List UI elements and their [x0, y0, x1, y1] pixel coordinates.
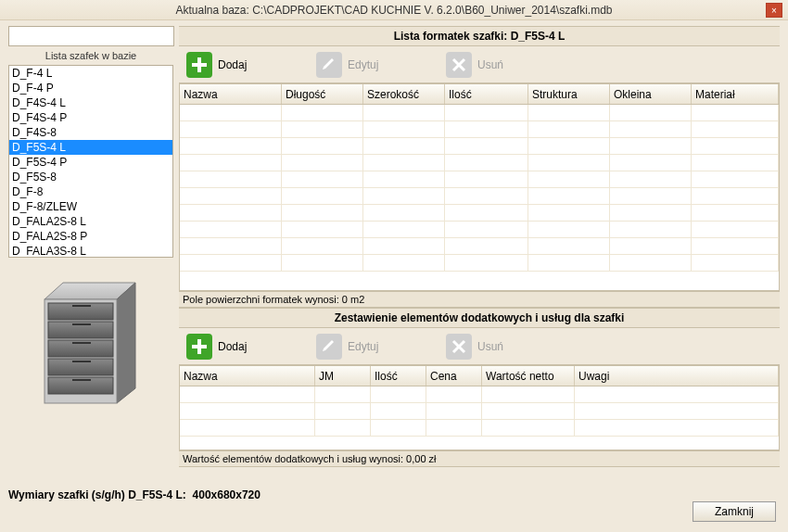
svg-rect-13	[72, 361, 91, 362]
list-item[interactable]: D_FALA2S-8 L	[9, 214, 172, 229]
edit-icon	[316, 334, 342, 360]
col2-wartosc[interactable]: Wartość netto	[482, 366, 575, 386]
bottom-grid[interactable]: Nazwa JM Ilość Cena Wartość netto Uwagi	[179, 365, 780, 450]
col-szerokosc[interactable]: Szerokość	[363, 84, 445, 104]
top-toolbar: Dodaj Edytuj Usuń	[179, 46, 780, 83]
bottom-panel-title: Zestawienie elementów dodatkowych i usłu…	[179, 308, 780, 328]
plus-icon	[186, 52, 212, 78]
cabinet-list[interactable]: D_F-4 LD_F-4 PD_F4S-4 LD_F4S-4 PD_F4S-8D…	[8, 65, 173, 258]
list-item[interactable]: D_F5S-4 P	[9, 155, 172, 170]
bottom-delete-button: Usuń	[442, 331, 572, 362]
list-item[interactable]: D_F4S-4 P	[9, 110, 172, 125]
svg-rect-14	[72, 379, 91, 381]
list-title: Lista szafek w bazie	[8, 50, 173, 61]
edit-icon	[316, 52, 342, 78]
col2-ilosc[interactable]: Ilość	[371, 366, 426, 386]
col2-cena[interactable]: Cena	[426, 366, 482, 386]
svg-rect-17	[192, 63, 207, 67]
bottom-edit-label: Edytuj	[348, 340, 378, 353]
window-close-button[interactable]: ×	[766, 3, 782, 18]
bottom-add-button[interactable]: Dodaj	[183, 331, 312, 362]
bottom-add-label: Dodaj	[218, 340, 247, 353]
top-add-label: Dodaj	[218, 58, 247, 71]
left-panel: Lista szafek w bazie D_F-4 LD_F-4 PD_F4S…	[8, 26, 173, 485]
list-item[interactable]: D_F-4 P	[9, 81, 172, 95]
bottom-status: Wartość elementów dodatkowych i usług wy…	[179, 450, 780, 467]
top-panel-title: Lista formatek szafki: D_F5S-4 L	[179, 26, 780, 46]
top-grid[interactable]: Nazwa Długość Szerokość Ilość Struktura …	[179, 83, 780, 291]
top-edit-label: Edytuj	[348, 58, 378, 71]
col-struktura[interactable]: Struktura	[528, 84, 610, 104]
list-item[interactable]: D_F-8/ZLEW	[9, 199, 172, 214]
search-input[interactable]	[8, 26, 174, 46]
list-item[interactable]: D_F-4 L	[9, 66, 172, 81]
bottom-edit-button: Edytuj	[312, 331, 442, 362]
window-titlebar: Aktualna baza: C:\CADPROJEKT\CAD KUCHNIE…	[0, 0, 788, 20]
top-status: Pole powierzchni formatek wynosi: 0 m2	[179, 291, 780, 308]
svg-rect-22	[192, 345, 207, 348]
svg-marker-3	[117, 283, 135, 403]
bottom-toolbar: Dodaj Edytuj Usuń	[179, 328, 780, 365]
col2-nazwa[interactable]: Nazwa	[180, 366, 315, 386]
col2-jm[interactable]: JM	[315, 366, 371, 386]
col-dlugosc[interactable]: Długość	[282, 84, 363, 104]
list-item[interactable]: D_FALA3S-8 L	[9, 244, 172, 258]
window-title: Aktualna baza: C:\CADPROJEKT\CAD KUCHNIE…	[175, 4, 612, 17]
col-okleina[interactable]: Okleina	[610, 84, 692, 104]
svg-rect-11	[72, 323, 91, 325]
delete-icon	[446, 334, 472, 360]
svg-rect-12	[72, 342, 91, 344]
dimensions-value: 400x680x720	[193, 488, 261, 501]
list-item[interactable]: D_FALA2S-8 P	[9, 229, 172, 244]
dimensions-label: Wymiary szafki (s/g/h) D_F5S-4 L:	[8, 488, 186, 501]
dimensions-line: Wymiary szafki (s/g/h) D_F5S-4 L: 400x68…	[8, 488, 261, 501]
top-add-button[interactable]: Dodaj	[183, 49, 312, 81]
top-edit-button: Edytuj	[312, 49, 442, 81]
close-button[interactable]: Zamknij	[693, 501, 776, 522]
plus-icon	[186, 334, 212, 360]
delete-icon	[446, 52, 472, 78]
col-nazwa[interactable]: Nazwa	[180, 84, 282, 104]
list-item[interactable]: D_F5S-8	[9, 170, 172, 184]
list-item[interactable]: D_F4S-4 L	[9, 95, 172, 110]
list-item[interactable]: D_F4S-8	[9, 125, 172, 140]
cabinet-preview	[8, 269, 173, 417]
top-delete-button: Usuń	[442, 49, 572, 81]
col-material[interactable]: Materiał	[692, 84, 779, 104]
bottom-delete-label: Usuń	[477, 340, 503, 353]
top-delete-label: Usuń	[477, 58, 503, 71]
svg-rect-10	[72, 305, 91, 307]
list-item[interactable]: D_F-8	[9, 184, 172, 199]
list-item[interactable]: D_F5S-4 L	[9, 140, 172, 155]
col2-uwagi[interactable]: Uwagi	[575, 366, 779, 386]
col-ilosc[interactable]: Ilość	[445, 84, 528, 104]
